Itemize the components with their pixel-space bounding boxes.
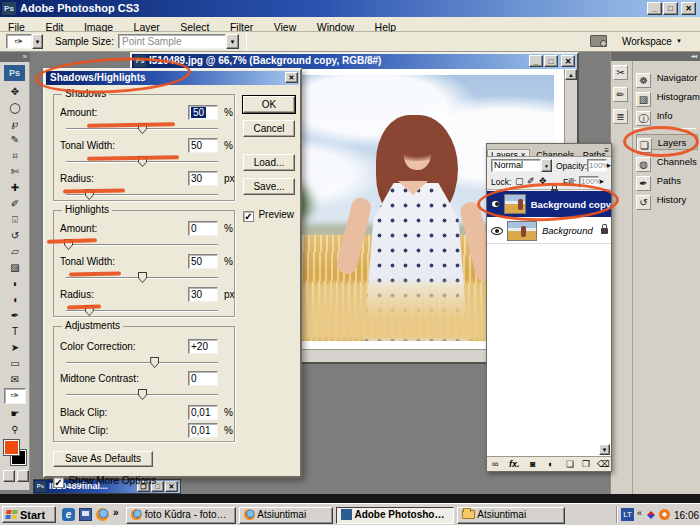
collapsed-panel-2-icon[interactable]: ✏ [613,87,628,102]
lock-position-icon[interactable]: ✥ [539,176,547,186]
save-button[interactable]: Save... [243,178,295,195]
quicklaunch-overflow-icon[interactable]: » [113,507,119,518]
tab-close-icon[interactable]: × [521,150,526,157]
preview-checkbox[interactable]: ✓ Preview [243,204,294,222]
midtone-contrast-field[interactable]: 0 [188,371,218,386]
dialog-titlebar[interactable]: Shadows/Highlights ✕ [46,71,299,85]
highlights-tonal-field[interactable]: 50 [188,254,218,269]
collapsed-panel-1-icon[interactable]: ✂ [613,65,628,80]
taskbar-item-firefox-2[interactable]: Atsiuntimai [239,507,333,524]
collapsed-panel-3-icon[interactable]: ≣ [613,109,628,124]
ok-button[interactable]: OK [243,96,295,113]
document-minimize-button[interactable]: _ [529,55,543,67]
save-as-defaults-button[interactable]: Save As Defaults [53,451,153,467]
layer-mask-icon[interactable]: ◙ [530,457,535,471]
dodge-tool[interactable]: ◖ [4,292,26,307]
palette-menu-icon[interactable]: ≡ [604,146,609,155]
screen-mode-button[interactable] [17,470,29,482]
workspace-label[interactable]: Workspace [622,36,672,47]
tool-preset-arrow-icon[interactable]: ▼ [32,34,43,49]
taskbar-item-photoshop[interactable]: Adobe Photoshop CS3 [336,507,454,524]
shadows-tonal-field[interactable]: 50 [188,138,218,153]
quicklaunch-ie-icon[interactable]: e [62,508,75,521]
new-layer-icon[interactable]: ❐ [582,457,590,471]
language-indicator[interactable]: LT [621,508,634,521]
slider-thumb[interactable] [138,156,147,167]
pen-tool[interactable]: ✒ [4,308,26,323]
crop-tool[interactable]: ⌗ [4,148,26,163]
shadows-tonal-slider[interactable] [66,156,218,168]
gradient-tool[interactable]: ▨ [4,260,26,275]
layer-thumbnail[interactable] [504,194,526,214]
path-selection-tool[interactable]: ➤ [4,340,26,355]
sample-size-select[interactable]: Point Sample [118,34,226,49]
shadows-amount-slider[interactable] [66,123,218,135]
slider-thumb[interactable] [138,389,147,400]
highlights-amount-slider[interactable] [66,239,218,251]
blend-mode-arrow-icon[interactable]: ▼ [541,159,552,172]
tab-layers[interactable]: Layers × [487,149,530,157]
close-button[interactable]: ✕ [681,2,696,15]
layer-group-icon[interactable]: ❏ [566,457,574,471]
slider-thumb[interactable] [150,357,159,368]
tool-preset-eyedropper-icon[interactable]: ✑ [6,34,32,49]
palette-scroll-down-icon[interactable]: ▼ [599,444,610,455]
opacity-value[interactable]: 100% [587,159,607,172]
slider-thumb[interactable] [138,123,147,134]
type-tool[interactable]: T [4,324,26,339]
eraser-tool[interactable]: ▱ [4,244,26,259]
dock-item-layers[interactable]: ❏ Layers [636,134,698,150]
dialog-close-icon[interactable]: ✕ [285,72,298,83]
lock-pixels-icon[interactable]: ✐ [527,176,535,186]
white-clip-field[interactable]: 0,01 [188,423,218,438]
visibility-eye-icon[interactable] [491,227,503,235]
layer-name[interactable]: Background copy [531,199,611,210]
opacity-spinner-icon[interactable]: ▶ [607,162,611,168]
quick-selection-tool[interactable]: ✎ [4,132,26,147]
quick-mask-button[interactable] [3,470,15,482]
visibility-eye-icon[interactable] [491,200,500,208]
minimize-button[interactable]: _ [647,2,662,15]
scroll-up-icon[interactable]: ▲ [565,69,577,80]
slider-thumb[interactable] [138,272,147,283]
delete-layer-icon[interactable]: ⌫ [597,457,610,471]
fill-spinner-icon[interactable]: ▶ [600,178,604,184]
layer-row-background-copy[interactable]: Background copy [487,191,611,217]
history-brush-tool[interactable]: ↺ [4,228,26,243]
layer-row-background[interactable]: Background [487,218,611,244]
fill-value[interactable]: 100% [579,176,599,188]
midtone-contrast-slider[interactable] [66,389,218,401]
dock-collapse-icon[interactable]: ◂◂ [611,52,700,61]
move-tool[interactable]: ✥ [4,84,26,99]
color-correction-field[interactable]: +20 [188,339,218,354]
taskbar-item-firefox-1[interactable]: foto Kūdra - fotografija -... [126,507,236,524]
cancel-button[interactable]: Cancel [243,120,295,137]
preview-check-icon[interactable]: ✓ [243,211,254,222]
workspace-arrow-icon[interactable]: ▼ [676,38,682,44]
layer-style-icon[interactable]: fx. [509,457,520,471]
lasso-tool[interactable]: ℘ [4,116,26,131]
hand-tool[interactable]: ☛ [4,406,26,421]
highlights-radius-slider[interactable] [66,305,218,317]
taskbar-item-folder[interactable]: Atsiuntimai [457,507,565,524]
clone-stamp-tool[interactable]: ⌻ [4,212,26,227]
shadows-radius-field[interactable]: 30 [188,171,218,186]
dock-item-histogram[interactable]: ▨ Histogram [636,89,698,105]
marquee-tool[interactable]: ◯ [4,100,26,115]
foreground-color-swatch[interactable] [4,440,19,455]
slider-thumb[interactable] [85,305,94,316]
start-button[interactable]: Start [2,506,56,523]
highlights-tonal-slider[interactable] [66,272,218,284]
eyedropper-tool[interactable]: ✑ [4,388,26,404]
notes-tool[interactable]: ✉ [4,372,26,387]
zoom-tool[interactable]: ⚲ [4,422,26,437]
blend-mode-select[interactable]: Normal [491,159,541,172]
brush-tool[interactable]: ✐ [4,196,26,211]
dock-item-navigator[interactable]: ☸ Navigator [636,70,698,86]
toolbar-collapse-icon[interactable]: » [0,52,30,62]
sample-size-arrow-icon[interactable]: ▼ [226,34,239,49]
blur-tool[interactable]: ◗ [4,276,26,291]
adjustment-layer-icon[interactable]: ◐ [548,457,553,471]
dock-item-paths[interactable]: ✒ Paths [636,173,698,189]
slider-thumb[interactable] [64,239,73,250]
